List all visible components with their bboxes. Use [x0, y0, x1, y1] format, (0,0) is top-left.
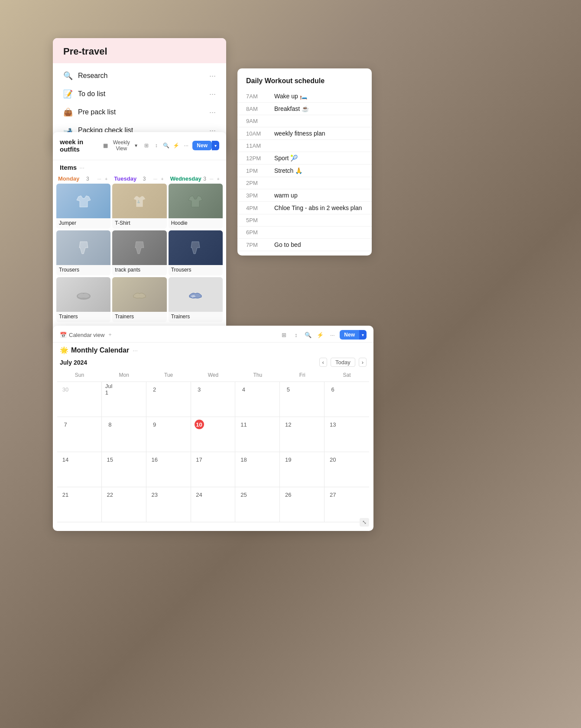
- tuesday-more-icon[interactable]: ···: [152, 176, 159, 182]
- trainers-label: Trainers: [56, 312, 110, 322]
- cal-cell[interactable]: 3: [191, 382, 236, 417]
- wednesday-more-icon[interactable]: ···: [208, 176, 214, 182]
- cal-cell[interactable]: Jul 1: [102, 382, 146, 417]
- monday-more-icon[interactable]: ···: [96, 176, 103, 182]
- search-icon[interactable]: 🔍: [303, 330, 313, 340]
- cal-cell[interactable]: 13: [325, 417, 369, 452]
- more-options-icon[interactable]: ···: [209, 108, 216, 117]
- cal-cell[interactable]: 26: [280, 487, 325, 522]
- new-button-dropdown[interactable]: ▾: [212, 141, 219, 150]
- more-options-icon[interactable]: ···: [209, 71, 216, 81]
- cal-cell[interactable]: 5: [280, 382, 325, 417]
- cal-cell[interactable]: 24: [191, 487, 236, 522]
- workout-row-11am: 11AM: [237, 140, 372, 152]
- workout-title: Daily Workout schedule: [237, 77, 372, 90]
- cal-cell[interactable]: 2: [146, 382, 191, 417]
- filter-icon[interactable]: ⊞: [143, 141, 150, 150]
- calendar-view-button[interactable]: 📅 Calendar view +: [60, 332, 111, 338]
- new-button-label: New: [197, 142, 208, 149]
- cal-cell[interactable]: 4: [235, 382, 280, 417]
- cal-cell[interactable]: 23: [146, 487, 191, 522]
- cal-cell[interactable]: 20: [325, 452, 369, 487]
- outfit-item[interactable]: track pants: [112, 230, 166, 275]
- day-number: 18: [239, 455, 248, 464]
- items-more-options[interactable]: ···: [79, 164, 84, 171]
- workout-time: 6PM: [246, 229, 266, 236]
- more-options-icon[interactable]: ···: [209, 90, 216, 99]
- more-options-icon[interactable]: ···: [328, 330, 337, 340]
- trousers-image: [169, 230, 223, 265]
- weekly-view-button[interactable]: ▦ Weekly View ▾: [101, 138, 140, 153]
- workout-time: 1PM: [246, 168, 266, 174]
- day-number: 11: [239, 420, 248, 429]
- hoodie-image: [169, 184, 223, 218]
- cal-cell[interactable]: 30: [57, 382, 102, 417]
- cal-cell[interactable]: 14: [57, 452, 102, 487]
- outfit-item[interactable]: Trainers: [112, 277, 166, 322]
- monday-add-icon[interactable]: +: [104, 176, 109, 182]
- day-number: 17: [195, 455, 204, 464]
- sort-icon[interactable]: ↕: [291, 330, 301, 340]
- list-item[interactable]: 📝 To do list ···: [53, 85, 226, 103]
- jumper-label: Jumper: [56, 218, 110, 229]
- todo-label: To do list: [78, 90, 105, 98]
- next-month-button[interactable]: ›: [359, 358, 367, 367]
- more-options-icon[interactable]: ···: [182, 141, 190, 150]
- cal-cell[interactable]: 9: [146, 417, 191, 452]
- new-button-dropdown[interactable]: ▾: [359, 330, 367, 340]
- list-item[interactable]: 👜 Pre pack list ···: [53, 103, 226, 121]
- outfit-item[interactable]: Trainers: [56, 277, 110, 322]
- expand-button[interactable]: ⤡: [360, 518, 369, 527]
- trainers-label: Trainers: [169, 312, 223, 322]
- outfits-header: week in outfits ▦ Weekly View ▾ ⊞ ↕ 🔍 ⚡ …: [53, 132, 226, 160]
- wednesday-add-icon[interactable]: +: [216, 176, 221, 182]
- today-button[interactable]: Today: [331, 358, 355, 367]
- add-view-icon[interactable]: +: [108, 332, 111, 338]
- list-item[interactable]: 🔍 Research ···: [53, 67, 226, 85]
- calendar-title-emoji: 🌟: [60, 346, 68, 354]
- cal-cell[interactable]: 27: [325, 487, 369, 522]
- outfit-item[interactable]: Jumper: [56, 184, 110, 229]
- outfit-item[interactable]: Hoodie: [169, 184, 223, 229]
- day-number: 8: [105, 420, 115, 429]
- prepack-label: Pre pack list: [78, 108, 116, 116]
- outfit-item[interactable]: Trousers: [56, 230, 110, 275]
- cal-cell[interactable]: 21: [57, 487, 102, 522]
- cal-cell[interactable]: 18: [235, 452, 280, 487]
- sort-icon[interactable]: ↕: [153, 141, 160, 150]
- tshirt-label: T-Shirt: [112, 218, 166, 229]
- outfit-item[interactable]: Trainers: [169, 277, 223, 322]
- day-number: 20: [328, 455, 338, 464]
- calendar-week: 30 Jul 1 2 3 4 5 6: [57, 382, 369, 417]
- cal-cell[interactable]: 25: [235, 487, 280, 522]
- calendar-title-row: 🌟 Monthly Calendar ···: [53, 343, 373, 356]
- cal-cell[interactable]: 16: [146, 452, 191, 487]
- cal-cell[interactable]: 19: [280, 452, 325, 487]
- filter-icon[interactable]: ⊞: [279, 330, 289, 340]
- automation-icon[interactable]: ⚡: [315, 330, 325, 340]
- workout-activity: Breakfast ☕: [274, 105, 309, 112]
- search-icon: 🔍: [63, 71, 73, 81]
- workout-row-3pm: 3PM warm up: [237, 189, 372, 202]
- cal-cell[interactable]: 12: [280, 417, 325, 452]
- outfit-item[interactable]: ⚓ T-Shirt: [112, 184, 166, 229]
- new-button-label: New: [344, 332, 355, 338]
- cal-cell[interactable]: 11: [235, 417, 280, 452]
- automation-icon[interactable]: ⚡: [172, 141, 180, 150]
- calendar-more-options[interactable]: ···: [133, 347, 138, 354]
- new-button[interactable]: New: [192, 141, 212, 150]
- search-icon[interactable]: 🔍: [162, 141, 170, 150]
- cal-cell[interactable]: 6: [325, 382, 369, 417]
- workout-time: 5PM: [246, 217, 266, 223]
- calendar-icon: 📅: [60, 332, 67, 338]
- cal-cell[interactable]: 17: [191, 452, 236, 487]
- new-button[interactable]: New: [340, 330, 359, 340]
- tuesday-add-icon[interactable]: +: [159, 176, 165, 182]
- cal-cell[interactable]: 8: [102, 417, 146, 452]
- cal-cell[interactable]: 15: [102, 452, 146, 487]
- prev-month-button[interactable]: ‹: [319, 358, 327, 367]
- cal-cell-today[interactable]: 10: [191, 417, 236, 452]
- cal-cell[interactable]: 22: [102, 487, 146, 522]
- outfit-item[interactable]: Trousers: [169, 230, 223, 275]
- cal-cell[interactable]: 7: [57, 417, 102, 452]
